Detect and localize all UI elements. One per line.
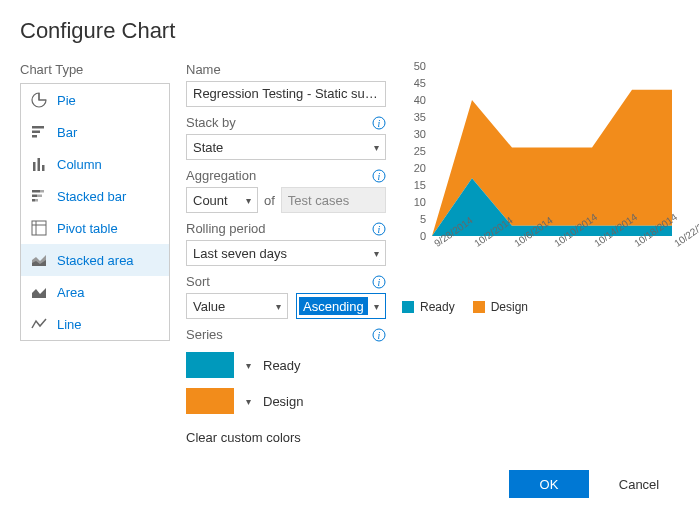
column-icon bbox=[31, 156, 47, 172]
chevron-down-icon: ▾ bbox=[276, 301, 281, 312]
chart-type-label: Area bbox=[57, 285, 84, 300]
chart-type-stacked-bar[interactable]: Stacked bar bbox=[21, 180, 169, 212]
x-axis: 9/28/201410/2/201410/6/201410/10/201410/… bbox=[432, 236, 672, 276]
svg-rect-7 bbox=[40, 190, 44, 193]
chart-type-area[interactable]: Area bbox=[21, 276, 169, 308]
svg-rect-6 bbox=[32, 190, 40, 193]
svg-text:i: i bbox=[378, 223, 381, 234]
fields-panel: Name Regression Testing - Static suite -… bbox=[186, 62, 386, 445]
aggregation-of-label: of bbox=[264, 193, 275, 208]
chart-type-column[interactable]: Column bbox=[21, 148, 169, 180]
chevron-down-icon[interactable]: ▾ bbox=[246, 396, 251, 407]
sort-label: Sort bbox=[186, 274, 210, 289]
chevron-down-icon: ▾ bbox=[374, 248, 379, 259]
series-color-swatch[interactable] bbox=[186, 388, 234, 414]
chart-preview: 05101520253035404550 9/28/201410/2/20141… bbox=[402, 66, 672, 276]
cancel-button[interactable]: Cancel bbox=[599, 470, 679, 498]
chart-type-label: Bar bbox=[57, 125, 77, 140]
pie-icon bbox=[31, 92, 47, 108]
chart-type-bar[interactable]: Bar bbox=[21, 116, 169, 148]
chart-type-label: Stacked bar bbox=[57, 189, 126, 204]
svg-rect-8 bbox=[32, 195, 37, 198]
ok-button[interactable]: OK bbox=[509, 470, 589, 498]
chart-type-stacked-area[interactable]: Stacked area bbox=[21, 244, 169, 276]
svg-text:i: i bbox=[378, 170, 381, 181]
stacked-area-icon bbox=[31, 252, 47, 268]
rolling-period-label: Rolling period bbox=[186, 221, 266, 236]
series-label: Series bbox=[186, 327, 223, 342]
svg-text:i: i bbox=[378, 276, 381, 287]
area-icon bbox=[31, 284, 47, 300]
series-row-ready: ▾ Ready bbox=[186, 352, 386, 378]
legend-item-design: Design bbox=[473, 300, 528, 314]
info-icon[interactable]: i bbox=[372, 328, 386, 342]
chart-type-header: Chart Type bbox=[20, 62, 170, 77]
chart-type-panel: Chart Type Pie Bar bbox=[20, 62, 170, 445]
legend-swatch bbox=[473, 301, 485, 313]
legend-item-ready: Ready bbox=[402, 300, 455, 314]
info-icon[interactable]: i bbox=[372, 275, 386, 289]
svg-text:i: i bbox=[378, 117, 381, 128]
svg-rect-1 bbox=[32, 131, 40, 134]
series-item-label: Design bbox=[263, 394, 303, 409]
name-input[interactable]: Regression Testing - Static suite - Ch bbox=[186, 81, 386, 107]
chevron-down-icon[interactable]: ▾ bbox=[246, 360, 251, 371]
svg-rect-9 bbox=[37, 195, 42, 198]
clear-custom-colors-link[interactable]: Clear custom colors bbox=[186, 430, 386, 445]
rolling-period-select[interactable]: Last seven days ▾ bbox=[186, 240, 386, 266]
chart-legend: Ready Design bbox=[402, 300, 679, 314]
line-icon bbox=[31, 316, 47, 332]
svg-rect-4 bbox=[38, 158, 41, 171]
chart-type-pivot-table[interactable]: Pivot table bbox=[21, 212, 169, 244]
chart-type-label: Line bbox=[57, 317, 82, 332]
series-item-label: Ready bbox=[263, 358, 301, 373]
sort-direction-select[interactable]: Ascending ▾ bbox=[296, 293, 386, 319]
info-icon[interactable]: i bbox=[372, 169, 386, 183]
series-color-swatch[interactable] bbox=[186, 352, 234, 378]
name-label: Name bbox=[186, 62, 386, 77]
svg-rect-2 bbox=[32, 135, 37, 138]
chart-type-line[interactable]: Line bbox=[21, 308, 169, 340]
bar-icon bbox=[31, 124, 47, 140]
chart-type-label: Column bbox=[57, 157, 102, 172]
chart-type-list: Pie Bar Column bbox=[20, 83, 170, 341]
chart-type-label: Pivot table bbox=[57, 221, 118, 236]
chevron-down-icon: ▾ bbox=[374, 142, 379, 153]
stack-by-label: Stack by bbox=[186, 115, 236, 130]
stacked-bar-icon bbox=[31, 188, 47, 204]
aggregation-target: Test cases bbox=[281, 187, 386, 213]
svg-rect-3 bbox=[33, 162, 36, 171]
stack-by-select[interactable]: State ▾ bbox=[186, 134, 386, 160]
svg-text:i: i bbox=[378, 329, 381, 340]
chevron-down-icon: ▾ bbox=[374, 301, 379, 312]
chart-type-label: Stacked area bbox=[57, 253, 134, 268]
svg-rect-11 bbox=[35, 199, 38, 202]
chart-type-pie[interactable]: Pie bbox=[21, 84, 169, 116]
svg-rect-5 bbox=[42, 165, 45, 171]
info-icon[interactable]: i bbox=[372, 116, 386, 130]
chart-preview-panel: 05101520253035404550 9/28/201410/2/20141… bbox=[402, 62, 679, 445]
dialog-title: Configure Chart bbox=[20, 18, 679, 44]
svg-rect-0 bbox=[32, 126, 44, 129]
sort-by-select[interactable]: Value ▾ bbox=[186, 293, 288, 319]
pivot-table-icon bbox=[31, 220, 47, 236]
aggregation-select[interactable]: Count ▾ bbox=[186, 187, 258, 213]
svg-rect-10 bbox=[32, 199, 35, 202]
svg-rect-12 bbox=[32, 221, 46, 235]
chart-type-label: Pie bbox=[57, 93, 76, 108]
legend-swatch bbox=[402, 301, 414, 313]
series-row-design: ▾ Design bbox=[186, 388, 386, 414]
aggregation-label: Aggregation bbox=[186, 168, 256, 183]
chevron-down-icon: ▾ bbox=[246, 195, 251, 206]
info-icon[interactable]: i bbox=[372, 222, 386, 236]
